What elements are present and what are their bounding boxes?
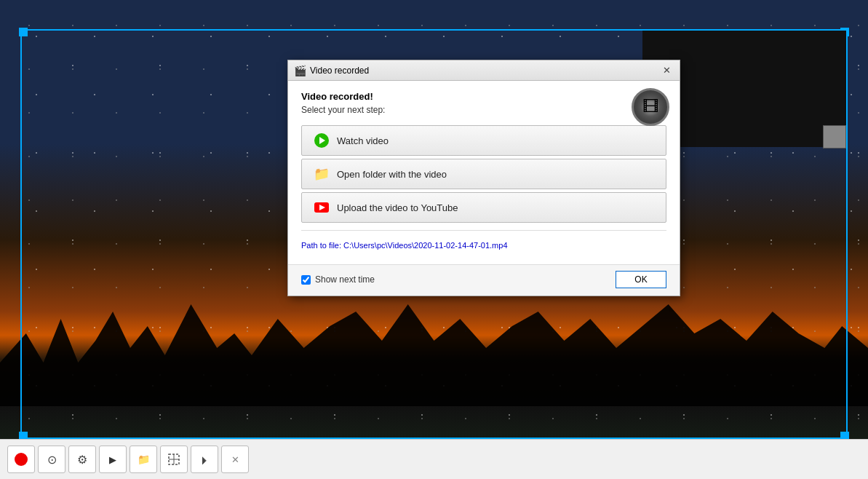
- dialog-subtext: Select your next step:: [301, 105, 666, 115]
- watch-video-label: Watch video: [337, 135, 389, 146]
- select-area-button[interactable]: [160, 446, 188, 473]
- youtube-icon: [314, 199, 330, 215]
- show-next-time-input[interactable]: [301, 275, 311, 285]
- dialog-titlebar: 🎬 Video recorded ✕: [288, 60, 680, 81]
- webcam-icon: ⊙: [47, 453, 57, 467]
- play-circle-icon: [314, 133, 329, 148]
- dialog-title-icon: 🎬: [294, 65, 306, 76]
- folder-icon: 📁: [314, 166, 330, 182]
- record-button[interactable]: [7, 446, 35, 473]
- settings-button[interactable]: ⚙: [68, 446, 96, 473]
- webcam-button[interactable]: ⊙: [38, 446, 65, 473]
- dialog-title-text: Video recorded: [310, 66, 655, 76]
- divider: [301, 230, 666, 231]
- folder-button[interactable]: 📁: [130, 446, 157, 473]
- play-button[interactable]: ▶: [99, 446, 127, 473]
- youtube-logo: [314, 202, 329, 213]
- playback-icon: ⏵: [199, 454, 210, 466]
- watch-video-button[interactable]: Watch video: [301, 125, 666, 156]
- show-next-time-checkbox[interactable]: Show next time: [301, 274, 375, 285]
- ok-button[interactable]: OK: [616, 271, 666, 288]
- play-icon: ▶: [109, 454, 116, 465]
- gear-icon: ⚙: [77, 453, 87, 467]
- playback-button[interactable]: ⏵: [191, 446, 218, 473]
- dialog-video-recorded: 🎬 Video recorded ✕ 🎞 Video recorded! Sel…: [287, 60, 680, 296]
- file-path: Path to file: C:\Users\pc\Videos\2020-11…: [301, 238, 666, 253]
- dialog-body: 🎞 Video recorded! Select your next step:…: [288, 81, 680, 264]
- upload-youtube-label: Upload the video to YouTube: [337, 202, 458, 213]
- folder-icon: 📁: [138, 454, 150, 465]
- select-area-icon: [168, 454, 180, 465]
- show-next-time-label: Show next time: [315, 274, 375, 285]
- toolbar: ⊙ ⚙ ▶ 📁 ⏵ ✕: [0, 439, 868, 479]
- dialog-heading: Video recorded!: [301, 91, 666, 102]
- close-button[interactable]: ✕: [221, 446, 249, 473]
- film-reel-icon: 🎞: [632, 88, 669, 126]
- dialog-close-button[interactable]: ✕: [659, 64, 674, 77]
- play-icon: [314, 132, 330, 149]
- x-icon: ✕: [231, 454, 239, 465]
- record-icon: [15, 453, 28, 466]
- dialog-footer: Show next time OK: [288, 264, 680, 296]
- upload-youtube-button[interactable]: Upload the video to YouTube: [301, 192, 666, 223]
- corner-tl: [19, 28, 28, 36]
- open-folder-label: Open folder with the video: [337, 169, 447, 180]
- open-folder-button[interactable]: 📁 Open folder with the video: [301, 159, 666, 189]
